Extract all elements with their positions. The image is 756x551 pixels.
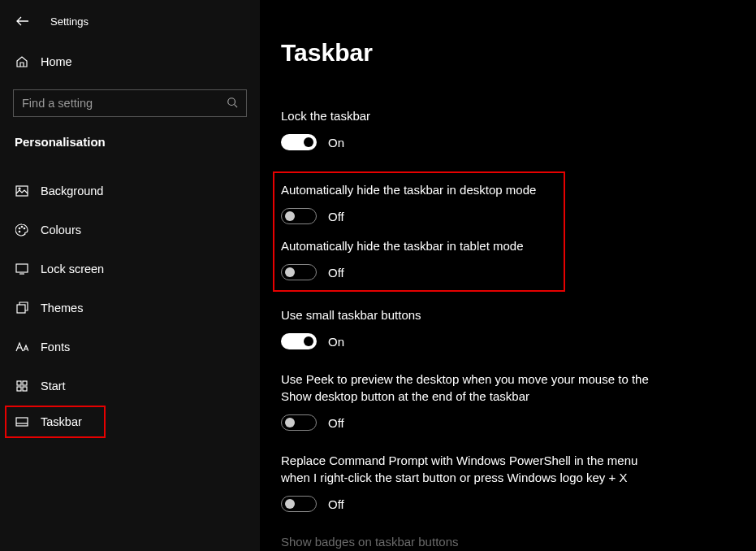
setting-label-autohide-tablet: Automatically hide the taskbar in tablet… <box>281 237 554 254</box>
setting-label-small-buttons: Use small taskbar buttons <box>281 306 654 323</box>
sidebar-item-background[interactable]: Background <box>0 171 260 210</box>
sidebar-item-label: Colours <box>41 223 81 236</box>
toggle-state: Off <box>328 416 344 430</box>
home-label: Home <box>41 55 72 68</box>
toggle-state: Off <box>328 266 344 280</box>
toggle-powershell[interactable] <box>281 496 317 512</box>
category-header: Personalisation <box>0 128 260 160</box>
home-nav[interactable]: Home <box>0 46 260 78</box>
svg-rect-9 <box>17 381 21 385</box>
sidebar-item-start[interactable]: Start <box>0 367 260 406</box>
sidebar-item-lockscreen[interactable]: Lock screen <box>0 249 260 289</box>
setting-label-peek: Use Peek to preview the desktop when you… <box>281 371 654 405</box>
svg-rect-10 <box>23 381 27 385</box>
sidebar-item-colours[interactable]: Colours <box>0 210 260 249</box>
home-icon <box>15 55 29 68</box>
svg-rect-7 <box>16 264 28 272</box>
themes-icon <box>15 302 29 315</box>
toggle-lock-taskbar[interactable] <box>281 134 317 150</box>
svg-point-3 <box>19 228 20 229</box>
back-icon[interactable] <box>15 13 31 29</box>
palette-icon <box>15 223 29 236</box>
sidebar-item-taskbar[interactable]: Taskbar <box>5 406 106 438</box>
sidebar-item-label: Start <box>41 380 66 393</box>
search-box[interactable] <box>13 89 247 117</box>
svg-rect-11 <box>17 387 21 391</box>
setting-label-badges: Show badges on taskbar buttons <box>281 533 654 550</box>
svg-rect-13 <box>16 418 28 426</box>
search-icon <box>227 97 238 111</box>
sidebar-item-fonts[interactable]: Fonts <box>0 328 260 367</box>
svg-point-4 <box>21 226 23 228</box>
setting-label-autohide-desktop: Automatically hide the taskbar in deskto… <box>281 181 554 198</box>
search-input[interactable] <box>22 97 227 110</box>
picture-icon <box>15 185 29 197</box>
sidebar-item-label: Background <box>41 184 103 197</box>
svg-point-5 <box>24 228 25 229</box>
page-title: Taskbar <box>281 39 756 67</box>
sidebar-item-label: Fonts <box>41 341 70 354</box>
toggle-state: Off <box>328 497 344 511</box>
svg-point-6 <box>19 231 20 232</box>
sidebar-item-label: Taskbar <box>41 415 82 428</box>
toggle-state: Off <box>328 210 344 223</box>
sidebar-item-label: Lock screen <box>41 262 104 276</box>
setting-label-powershell: Replace Command Prompt with Windows Powe… <box>281 452 654 486</box>
setting-label-lock: Lock the taskbar <box>281 107 654 124</box>
sidebar-item-themes[interactable]: Themes <box>0 289 260 328</box>
lockscreen-icon <box>15 263 29 275</box>
sidebar-item-label: Themes <box>41 302 83 315</box>
toggle-state: On <box>328 335 344 349</box>
svg-point-2 <box>19 188 20 189</box>
svg-rect-1 <box>16 186 28 196</box>
highlight-autohide: Automatically hide the taskbar in deskto… <box>273 171 565 292</box>
taskbar-icon <box>15 417 29 427</box>
toggle-state: On <box>328 136 344 150</box>
toggle-small-buttons[interactable] <box>281 333 317 349</box>
svg-rect-12 <box>23 387 27 391</box>
svg-point-0 <box>228 98 235 105</box>
toggle-peek[interactable] <box>281 414 317 431</box>
fonts-icon <box>15 341 29 353</box>
start-icon <box>15 380 29 392</box>
settings-header: Settings <box>50 15 89 28</box>
toggle-autohide-desktop[interactable] <box>281 208 317 224</box>
toggle-autohide-tablet[interactable] <box>281 264 317 280</box>
svg-rect-8 <box>17 305 25 313</box>
